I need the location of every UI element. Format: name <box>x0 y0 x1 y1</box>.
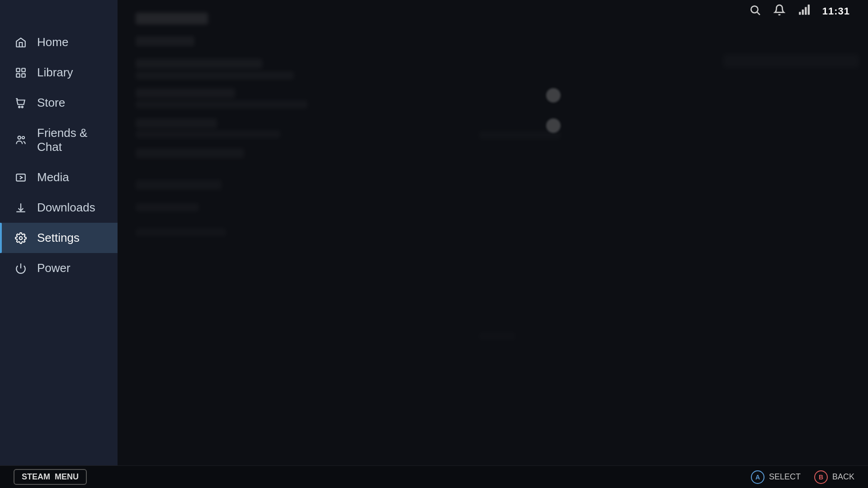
select-label: SELECT <box>769 472 801 482</box>
sidebar-item-settings-label: Settings <box>37 231 80 245</box>
store-icon <box>14 97 27 109</box>
sidebar-item-downloads[interactable]: Downloads <box>0 192 118 223</box>
clock-display: 11:31 <box>822 5 850 17</box>
media-icon <box>14 171 27 184</box>
sidebar-item-store-label: Store <box>37 96 65 110</box>
a-button[interactable]: A <box>751 470 764 484</box>
sidebar-item-store[interactable]: Store <box>0 88 118 118</box>
b-button[interactable]: B <box>814 470 828 484</box>
svg-point-0 <box>751 6 758 13</box>
sidebar-item-settings[interactable]: Settings <box>0 223 118 253</box>
svg-point-10 <box>19 106 20 108</box>
sidebar-item-library[interactable]: Library <box>0 57 118 88</box>
svg-rect-9 <box>22 74 25 77</box>
search-icon[interactable] <box>749 4 761 19</box>
sidebar: Home Library Store <box>0 0 118 488</box>
sidebar-item-friends[interactable]: Friends & Chat <box>0 118 118 162</box>
sidebar-item-media[interactable]: Media <box>0 162 118 192</box>
menu-label: MENU <box>55 472 79 482</box>
svg-point-11 <box>22 106 23 108</box>
downloads-icon <box>14 202 27 214</box>
signal-icon <box>798 4 810 19</box>
bottombar: STEAM MENU A SELECT B BACK <box>0 465 868 488</box>
svg-line-1 <box>757 12 760 15</box>
sidebar-item-library-label: Library <box>37 66 73 80</box>
sidebar-item-downloads-label: Downloads <box>37 201 95 215</box>
settings-icon <box>14 232 27 244</box>
svg-rect-6 <box>16 68 20 72</box>
svg-point-13 <box>22 136 24 139</box>
sidebar-item-power[interactable]: Power <box>0 253 118 283</box>
select-control: A SELECT <box>751 470 801 484</box>
home-icon <box>14 36 27 49</box>
back-control: B BACK <box>814 470 854 484</box>
svg-rect-3 <box>802 9 803 15</box>
notification-icon[interactable] <box>774 4 785 19</box>
sidebar-item-media-label: Media <box>37 170 69 184</box>
main-content-area <box>118 0 868 465</box>
bottom-controls: A SELECT B BACK <box>751 470 854 484</box>
steam-logo: STEAM <box>22 472 50 482</box>
svg-point-12 <box>18 136 21 139</box>
topbar: 11:31 <box>0 0 868 23</box>
svg-rect-5 <box>807 5 809 15</box>
svg-rect-2 <box>799 12 801 15</box>
svg-rect-14 <box>16 174 25 181</box>
library-icon <box>14 66 27 79</box>
svg-rect-4 <box>805 7 807 15</box>
sidebar-item-home-label: Home <box>37 35 68 49</box>
sidebar-item-home[interactable]: Home <box>0 27 118 57</box>
sidebar-item-power-label: Power <box>37 261 71 275</box>
sidebar-item-friends-label: Friends & Chat <box>37 126 103 154</box>
svg-rect-8 <box>16 74 20 77</box>
back-label: BACK <box>832 472 854 482</box>
svg-rect-7 <box>22 68 25 72</box>
steam-menu-button[interactable]: STEAM MENU <box>14 469 87 485</box>
svg-point-15 <box>19 236 23 239</box>
friends-icon <box>14 134 27 146</box>
power-icon <box>14 262 27 275</box>
